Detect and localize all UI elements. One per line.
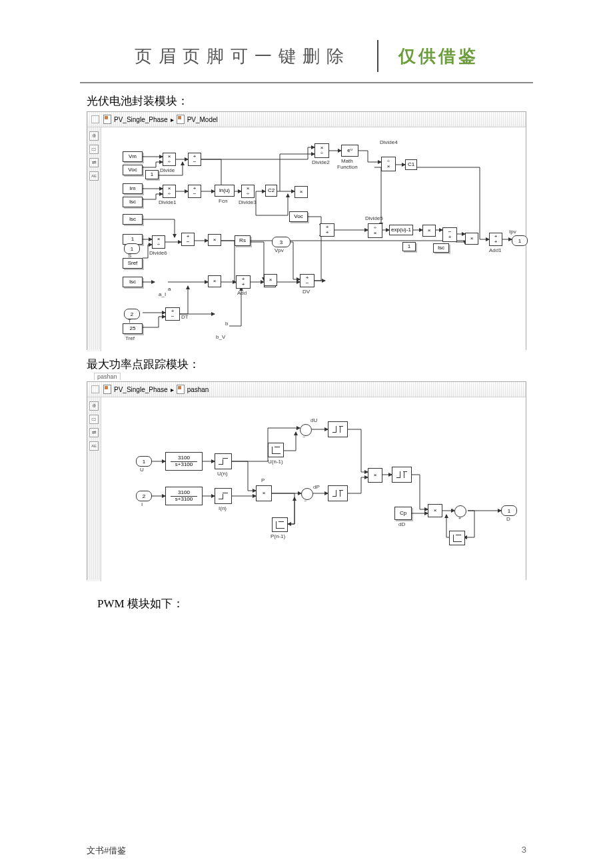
label-bV: b_V (216, 334, 225, 340)
const-isc2[interactable]: Isc (123, 277, 143, 287)
section3-title: PWM 模块如下： (97, 596, 526, 611)
inport-t[interactable]: 2 (124, 309, 140, 319)
label-dd: dD (398, 521, 405, 527)
add1-block[interactable]: ++ (489, 233, 502, 246)
label-function: Function (337, 164, 358, 170)
const-cp[interactable]: Cp (394, 507, 412, 520)
breadcrumb-root-2[interactable]: PV_Single_Phase (114, 386, 168, 393)
sum-du[interactable] (300, 424, 312, 436)
breadcrumb-child-2[interactable]: pashan (187, 386, 209, 393)
subtract2[interactable]: +− (188, 185, 201, 198)
relay-du[interactable] (328, 421, 348, 437)
sub-t[interactable]: +− (165, 307, 180, 321)
const-im[interactable]: Im (123, 183, 143, 194)
model-icon (177, 385, 185, 394)
inport-u-label: U (140, 467, 144, 473)
divide4-block[interactable]: ÷× (381, 157, 396, 171)
relay-dp[interactable] (328, 485, 348, 501)
window-tab[interactable]: pashan (94, 373, 121, 380)
const-isc[interactable]: Isc (123, 197, 143, 207)
sub-final[interactable]: −+ (442, 227, 457, 242)
canvas-pashan[interactable]: 1 U 2 I 3100 s+3100 3100 s+3100 (101, 397, 526, 581)
sum-dp[interactable] (301, 488, 313, 500)
inport-s[interactable]: 1 (124, 243, 140, 254)
canvas-pvmodel[interactable]: Vm Voc Im Isc 1 Isc 1 1 S Sref Isc 2 T 2… (101, 127, 526, 351)
header-left-text: 页眉页脚可一键删除 (135, 45, 364, 68)
divide-block[interactable]: ×÷ (163, 153, 176, 166)
product-rs[interactable]: × (264, 274, 277, 286)
const-voc[interactable]: Voc (123, 165, 143, 175)
label-p: P (261, 477, 265, 483)
tf-den2: s+3100 (175, 497, 193, 502)
gain-a[interactable] (156, 277, 167, 289)
divide5-block[interactable]: ÷× (368, 223, 382, 238)
tf-i[interactable]: 3100 s+3100 (165, 487, 203, 505)
tf-u[interactable]: 3100 s+3100 (165, 452, 203, 471)
inport-u[interactable]: 1 (136, 456, 152, 467)
label-in: I(n) (219, 505, 227, 511)
header-right-text: 仅供借鉴 (392, 45, 478, 68)
const-25[interactable]: 25 (123, 323, 143, 334)
const-voc2[interactable]: Voc (289, 211, 308, 222)
label-dv: DV (303, 289, 310, 295)
product-dudp[interactable]: × (368, 468, 382, 483)
label-add: Add (237, 290, 247, 296)
product-mid[interactable]: × (295, 186, 308, 198)
model-icon (103, 115, 111, 124)
subtract1[interactable]: +− (188, 153, 201, 166)
const-vm[interactable]: Vm (123, 151, 143, 162)
sub-dv[interactable]: +− (300, 274, 314, 287)
label-du: dU (310, 417, 317, 423)
goto-c1[interactable]: C1 (405, 159, 417, 170)
sum-du-plus: + (296, 427, 299, 431)
product-p[interactable]: × (256, 485, 272, 501)
const-rs[interactable]: Rs (235, 235, 251, 246)
zoh-u[interactable] (215, 453, 232, 469)
mem-un1[interactable] (268, 443, 284, 457)
const-sref[interactable]: Sref (123, 258, 143, 269)
const-one-c[interactable]: 1 (402, 242, 416, 251)
product-s[interactable]: × (208, 234, 221, 246)
content: 光伏电池封装模块： PV_Single_Phase ▸ PV_Model ⊕ ▭… (87, 93, 526, 611)
const-isc4[interactable]: Isc (433, 243, 449, 253)
sub-s[interactable]: +− (181, 233, 195, 246)
const-isc3[interactable]: Isc (123, 214, 143, 225)
outport-ipv[interactable]: 1 (512, 235, 528, 246)
label-divide1: Divide1 (159, 199, 177, 205)
page-footer: 文书#借鉴 3 (87, 845, 526, 857)
const-one-a[interactable]: 1 (145, 170, 159, 179)
product-final[interactable]: × (465, 233, 478, 245)
sum-du-minus: − (303, 435, 305, 439)
product-a[interactable]: × (208, 275, 221, 287)
add-block[interactable]: ++ (236, 275, 251, 289)
relay-out[interactable] (392, 467, 412, 483)
zoh-i[interactable] (215, 488, 232, 504)
page-header: 页眉页脚可一键删除 仅供借鉴 (0, 40, 613, 72)
divide6-block[interactable]: ×÷ (152, 235, 165, 249)
divide3-block[interactable]: ×÷ (241, 185, 255, 198)
breadcrumb-child[interactable]: PV_Model (187, 116, 218, 123)
breadcrumb-root[interactable]: PV_Single_Phase (114, 116, 168, 123)
label-aI: a_I (159, 291, 166, 297)
label-ipv: Ipv (509, 229, 516, 235)
math-eu[interactable]: eᵘ (341, 145, 358, 157)
inport-vpv[interactable]: 3 (272, 237, 291, 247)
label-divide3: Divide3 (239, 199, 257, 205)
goto-c2[interactable]: C2 (265, 185, 277, 197)
fcn-exp[interactable]: exp(u)-1 (389, 225, 413, 235)
product-exp[interactable]: × (422, 225, 436, 237)
label-tref: Tref (125, 335, 135, 341)
divide2-block[interactable]: ×÷ (314, 143, 329, 158)
chevron-right-icon: ▸ (171, 116, 174, 123)
mem-d[interactable] (449, 531, 465, 545)
section1-title: 光伏电池封装模块： (87, 93, 526, 109)
divide1-block[interactable]: ×÷ (163, 185, 176, 198)
label-un: U(n) (217, 471, 228, 477)
fcn-ln[interactable]: ln(u) (215, 185, 235, 197)
sum-dp-plus: + (297, 491, 300, 495)
outport-d[interactable]: 1 (501, 505, 517, 516)
inport-i[interactable]: 2 (136, 491, 152, 501)
product-cp[interactable]: × (428, 504, 442, 517)
add-voc[interactable]: ++ (320, 223, 334, 237)
mem-pn1[interactable] (272, 517, 288, 532)
